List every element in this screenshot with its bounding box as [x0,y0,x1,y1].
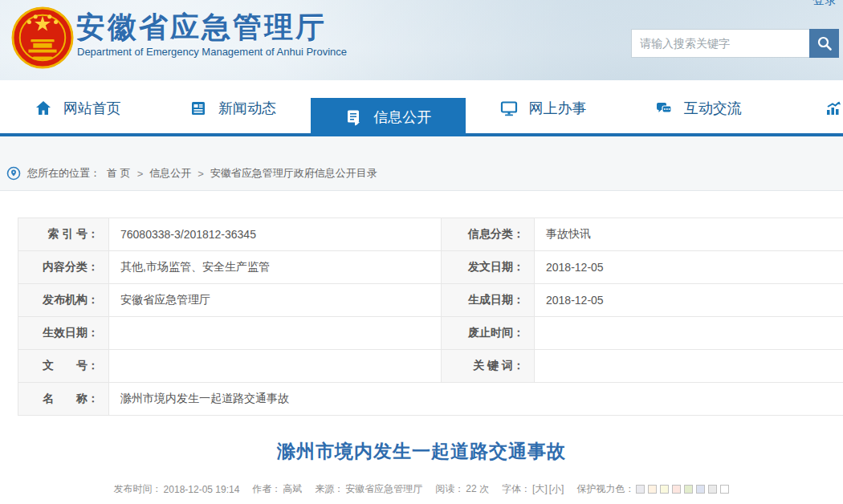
field-label-issue-date: 发文日期： [442,251,535,284]
breadcrumb-link-info-disclosure[interactable]: 信息公开 [149,166,191,181]
nav-item-interaction[interactable]: 互动交流 [621,80,776,136]
font-size-label: 字体： [502,482,531,496]
nav-item-label: 网站首页 [63,99,121,118]
breadcrumb: 您所在的位置： 首 页 > 信息公开 > 安徽省应急管理厅政府信息公开目录 [6,166,377,181]
source-label: 来源： [315,482,344,496]
eye-color-swatch[interactable] [684,485,693,494]
eye-color-swatch[interactable] [672,485,681,494]
field-label-keywords: 关 键 词： [442,350,535,383]
breadcrumb-separator: > [137,168,144,180]
font-size-control: 字体： [大] [小] [502,482,564,496]
field-label-index-number: 索 引 号： [18,218,109,251]
view-count-value: 22 次 [466,482,489,496]
field-value-index-number: 76080338-3/201812-36345 [109,218,442,251]
nav-item-data[interactable]: 数据 [776,80,843,136]
home-icon [35,100,52,117]
field-label-content-category: 内容分类： [18,251,109,284]
field-label-info-category: 信息分类： [442,218,535,251]
font-larger-button[interactable]: [大] [532,482,548,496]
nav-item-news[interactable]: 新闻动态 [155,80,310,136]
eye-color-swatches [636,485,729,494]
article-title: 滁州市境内发生一起道路交通事故 [0,439,843,464]
breadcrumb-link-home[interactable]: 首 页 [107,166,131,181]
nav-item-label: 互动交流 [684,99,742,118]
search-button[interactable] [809,29,839,58]
field-value-repeal-time [535,317,843,350]
field-value-document-number [109,350,442,383]
search-box [631,29,839,58]
field-value-issue-date: 2018-12-05 [535,251,843,284]
author-label: 作者： [252,482,281,496]
login-link[interactable]: 登录 [812,0,837,8]
nav-item-label: 信息公开 [373,108,431,127]
chart-icon [825,100,842,117]
field-label-effective-date: 生效日期： [18,317,109,350]
field-label-document-number: 文 号： [18,350,109,383]
breadcrumb-bar: 您所在的位置： 首 页 > 信息公开 > 安徽省应急管理厅政府信息公开目录 [0,136,843,191]
source-value: 安徽省应急管理厅 [345,482,422,496]
eye-color-swatch[interactable] [648,485,657,494]
breadcrumb-separator: > [198,168,204,180]
national-emblem-logo [11,6,74,70]
publish-time-value: 2018-12-05 19:14 [164,484,240,495]
content-area: 索 引 号： 76080338-3/201812-36345 信息分类： 事故快… [0,217,843,496]
author-value: 高斌 [283,482,302,496]
site-subtitle: Department of Emergency Management of An… [77,46,347,58]
field-label-name: 名 称： [18,383,109,416]
publish-time: 发布时间：2018-12-05 19:14 [114,482,240,496]
eye-color-swatch[interactable] [636,485,645,494]
site-title: 安徽省应急管理厅 [76,8,327,47]
nav-item-label: 网上办事 [529,99,587,118]
main-nav: 网站首页 新闻动态 信息公开 [0,80,843,136]
author: 作者：高斌 [252,482,302,496]
document-icon [344,108,362,126]
view-count: 阅读：22 次 [435,482,489,496]
chat-icon [655,100,673,117]
site-header: 安徽省应急管理厅 Department of Emergency Managem… [0,0,843,80]
field-value-effective-date [109,317,442,350]
field-label-generate-date: 生成日期： [442,284,535,317]
nav-item-info-disclosure[interactable]: 信息公开 [311,98,466,136]
field-value-publisher: 安徽省应急管理厅 [109,284,442,317]
breadcrumb-current: 安徽省应急管理厅政府信息公开目录 [210,166,377,181]
eye-color-swatch[interactable] [660,485,669,494]
field-value-keywords [535,350,843,383]
field-value-name: 滁州市境内发生一起道路交通事故 [109,383,843,416]
eye-protection-label: 保护视力色： [576,482,634,496]
eye-color-swatch[interactable] [696,485,705,494]
document-info-table: 索 引 号： 76080338-3/201812-36345 信息分类： 事故快… [18,217,843,416]
search-icon [817,35,833,51]
eye-color-swatch[interactable] [708,485,717,494]
nav-item-home[interactable]: 网站首页 [0,80,155,136]
article-meta: 发布时间：2018-12-05 19:14 作者：高斌 来源：安徽省应急管理厅 … [0,482,843,496]
field-value-content-category: 其他,市场监管、安全生产监管 [109,251,442,284]
location-pin-icon [6,166,21,181]
publish-time-label: 发布时间： [114,482,162,496]
breadcrumb-prefix: 您所在的位置： [27,166,100,181]
font-smaller-button[interactable]: [小] [549,482,564,496]
source: 来源：安徽省应急管理厅 [315,482,422,496]
field-label-publisher: 发布机构： [18,284,109,317]
news-icon [189,100,207,117]
field-value-generate-date: 2018-12-05 [535,284,843,317]
field-label-repeal-time: 废止时间： [442,317,535,350]
eye-protection-colors: 保护视力色： [576,482,729,496]
search-input[interactable] [631,29,809,58]
eye-color-swatch[interactable] [720,485,729,494]
field-value-info-category: 事故快讯 [535,218,843,251]
nav-item-label: 新闻动态 [218,99,276,118]
monitor-icon [500,100,518,117]
nav-item-online-services[interactable]: 网上办事 [466,80,621,136]
view-count-label: 阅读： [435,482,464,496]
